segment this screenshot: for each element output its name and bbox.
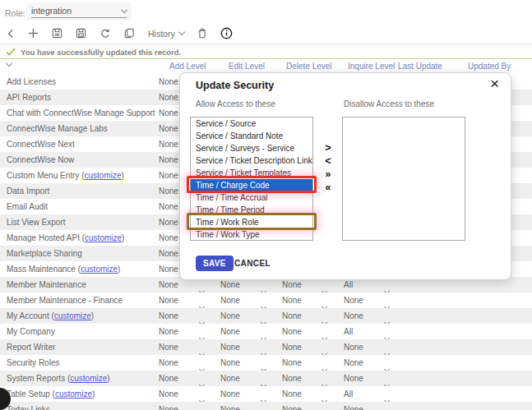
table-row: My CompanyNoneNoneNoneAll — [0, 324, 532, 339]
allow-list-option[interactable]: Time / Work Type — [191, 228, 313, 241]
table-row: Table Setup (customize)NoneNoneNoneAll — [0, 386, 532, 402]
table-row: Report WriterNoneNoneNoneNone — [0, 339, 532, 355]
customize-link[interactable]: customize — [85, 233, 122, 242]
level-select-chevron-icon[interactable] — [322, 407, 326, 410]
level-value: None — [344, 371, 363, 386]
table-row: Security RolesNoneNoneNoneNone — [0, 355, 532, 371]
history-label: History — [148, 29, 175, 39]
customize-link[interactable]: customize — [84, 171, 121, 180]
row-name: System Reports (customize) — [7, 371, 110, 386]
allow-list-option[interactable]: Service / Source — [191, 117, 313, 130]
copy-icon — [124, 28, 135, 39]
column-header-last-update[interactable]: Last Update — [398, 62, 442, 71]
allow-list-option[interactable]: Time / Charge Code — [191, 179, 313, 191]
column-header-edit-level[interactable]: Edit Level — [229, 62, 265, 71]
level-value: None — [159, 246, 178, 261]
allow-list-option[interactable]: Time / Time Accrual — [191, 191, 313, 204]
level-value: None — [159, 324, 178, 339]
role-bar: Role: integration — [0, 0, 532, 23]
level-value: None — [220, 386, 240, 402]
success-banner: You have successfully updated this recor… — [0, 45, 532, 59]
level-value: None — [282, 324, 302, 339]
level-value: None — [159, 261, 178, 277]
level-value: None — [159, 308, 178, 324]
column-header-add-level[interactable]: Add Level — [169, 62, 206, 71]
disallow-access-listbox[interactable] — [342, 117, 465, 241]
level-value: None — [220, 324, 240, 339]
move-all-left-button[interactable]: « — [320, 182, 336, 194]
collapse-chevron-icon[interactable] — [6, 60, 12, 67]
save-button[interactable] — [52, 28, 62, 39]
allow-list-option[interactable]: Time / Time Period — [191, 204, 313, 216]
row-name: Manage Hosted API (customize) — [7, 230, 124, 246]
level-value: None — [159, 90, 178, 105]
row-name: My Company — [7, 324, 55, 339]
row-name: Chat with ConnectWise Manage Support — [7, 105, 155, 121]
row-name: Member Maintenance - Finance — [7, 293, 123, 308]
row-name: ConnectWise Manage Labs — [7, 121, 108, 136]
save-button[interactable]: SAVE — [196, 256, 234, 271]
history-button[interactable]: History — [148, 29, 184, 39]
level-value: None — [159, 121, 178, 136]
trash-icon — [197, 28, 207, 39]
table-row: My Account (customize)NoneNoneNoneNone — [0, 308, 532, 324]
customize-link[interactable]: customize — [55, 389, 92, 398]
allow-list-option[interactable]: Service / Standard Note — [191, 130, 313, 142]
level-select-chevron-icon[interactable] — [385, 407, 389, 410]
allow-list-option[interactable]: Service / Ticket Description Links — [191, 154, 313, 167]
save-close-icon — [76, 28, 86, 39]
move-all-right-button[interactable]: » — [320, 168, 336, 181]
plus-icon — [28, 28, 39, 39]
update-security-modal: Update Security × Allow Access to these … — [179, 72, 511, 280]
column-header-delete-level[interactable]: Delete Level — [286, 62, 332, 71]
level-select-chevron-icon[interactable] — [261, 407, 266, 410]
close-icon[interactable]: × — [490, 75, 499, 93]
level-value: None — [344, 355, 363, 371]
level-value: None — [282, 339, 302, 355]
allow-list-option[interactable]: Service / Ticket Templates — [191, 167, 313, 179]
level-value: None — [282, 371, 302, 386]
customize-link[interactable]: customize — [54, 311, 91, 320]
delete-button[interactable] — [197, 28, 207, 39]
refresh-button[interactable] — [99, 28, 111, 39]
level-value: None — [159, 371, 178, 386]
move-right-button[interactable]: > — [320, 142, 336, 154]
level-value: None — [159, 230, 178, 246]
add-button[interactable] — [28, 28, 39, 39]
info-icon — [220, 27, 233, 39]
column-header-inquire-level[interactable]: Inquire Level — [348, 62, 395, 71]
level-value: None — [344, 339, 363, 355]
level-value: None — [220, 371, 240, 386]
row-name: Member Maintenance — [7, 277, 86, 293]
level-value: None — [159, 386, 178, 402]
level-value: All — [344, 324, 353, 339]
move-left-button[interactable]: < — [320, 155, 336, 168]
row-name: Marketplace Sharing — [7, 246, 82, 261]
allow-access-listbox[interactable]: Service / SourceService / Standard NoteS… — [190, 117, 313, 241]
toolbar: History — [0, 23, 532, 44]
level-value: None — [159, 355, 178, 371]
customize-link[interactable]: customize — [70, 374, 107, 383]
copy-button[interactable] — [124, 28, 135, 39]
save-and-close-button[interactable] — [76, 28, 86, 39]
row-name: ConnectWise Now — [7, 152, 74, 168]
level-value: None — [220, 402, 240, 410]
level-value: None — [159, 183, 178, 199]
allow-list-label: Allow Access to these — [196, 99, 275, 108]
column-header-updated-by[interactable]: Updated By — [468, 62, 511, 71]
chevron-down-icon — [178, 29, 184, 35]
level-select-chevron-icon[interactable] — [200, 407, 204, 410]
back-button[interactable] — [7, 29, 15, 39]
role-dropdown[interactable]: integration — [26, 2, 132, 21]
level-value: None — [159, 168, 178, 183]
success-message: You have successfully updated this recor… — [21, 48, 181, 57]
cancel-button[interactable]: CANCEL — [234, 259, 271, 268]
role-dropdown-value: integration — [31, 6, 72, 16]
row-name: ConnectWise Next — [7, 136, 75, 152]
info-button[interactable] — [220, 27, 233, 39]
allow-list-option[interactable]: Service / Surveys - Service — [191, 142, 313, 154]
level-value: None — [159, 199, 178, 214]
customize-link[interactable]: customize — [81, 265, 118, 274]
level-value: None — [159, 277, 178, 293]
allow-list-option[interactable]: Time / Work Role — [191, 216, 313, 228]
